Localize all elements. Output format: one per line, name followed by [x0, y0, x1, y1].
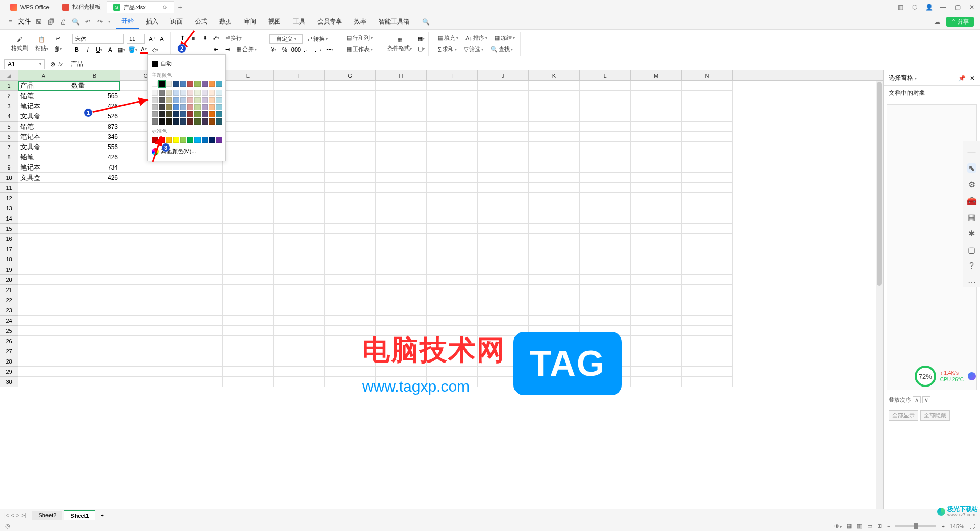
col-header-H[interactable]: H	[376, 70, 427, 80]
cell[interactable]	[69, 377, 120, 387]
cell[interactable]: 文具盒	[18, 173, 69, 183]
color-swatch[interactable]	[166, 111, 172, 117]
cell[interactable]	[580, 213, 631, 224]
cell[interactable]	[376, 213, 427, 224]
cell[interactable]	[274, 346, 325, 356]
orientation-icon[interactable]: ⤢▾	[212, 34, 220, 42]
currency-icon[interactable]: ¥▾	[270, 45, 278, 54]
cell[interactable]	[274, 367, 325, 377]
cell[interactable]	[69, 285, 120, 295]
cell[interactable]	[223, 305, 274, 316]
cell[interactable]	[427, 122, 478, 132]
menu-review[interactable]: 审阅	[239, 15, 261, 28]
color-swatch[interactable]	[152, 97, 158, 103]
cell[interactable]	[223, 346, 274, 356]
cell[interactable]	[120, 326, 172, 336]
cell[interactable]: 526	[69, 111, 120, 122]
cell[interactable]	[223, 203, 274, 213]
color-swatch[interactable]	[152, 104, 158, 110]
cell[interactable]	[529, 132, 580, 142]
cell[interactable]	[478, 213, 529, 224]
cell[interactable]	[376, 275, 427, 285]
cell[interactable]	[580, 203, 631, 213]
cell[interactable]	[223, 356, 274, 367]
color-swatch[interactable]	[180, 90, 186, 96]
cell[interactable]	[274, 234, 325, 244]
print-preview-icon[interactable]: 🔍	[71, 18, 80, 26]
cell[interactable]	[478, 101, 529, 111]
view-page-icon[interactable]: ▥	[857, 523, 862, 529]
cell[interactable]	[580, 132, 631, 142]
percent-icon[interactable]: %	[281, 45, 289, 54]
color-swatch[interactable]	[159, 90, 165, 96]
align-right-icon[interactable]: ≡	[201, 45, 209, 54]
color-swatch[interactable]	[216, 111, 222, 117]
cell[interactable]	[274, 305, 325, 316]
cloud-icon[interactable]: ☁	[933, 18, 941, 26]
cell[interactable]	[682, 132, 733, 142]
row-header[interactable]: 4	[0, 111, 18, 122]
color-swatch[interactable]	[202, 118, 208, 125]
cell[interactable]	[69, 224, 120, 234]
name-box[interactable]: A1 ▾	[4, 59, 45, 69]
cell[interactable]	[682, 203, 733, 213]
cell[interactable]: 产品	[18, 81, 69, 91]
col-header-I[interactable]: I	[427, 70, 478, 80]
cell[interactable]	[427, 254, 478, 264]
cell[interactable]	[172, 173, 223, 183]
save-icon[interactable]: 🖫	[35, 18, 43, 26]
cell[interactable]	[682, 244, 733, 254]
col-header-K[interactable]: K	[529, 70, 580, 80]
cut-icon[interactable]: ✂	[54, 35, 62, 43]
cell[interactable]	[376, 81, 427, 91]
cell[interactable]	[529, 213, 580, 224]
cell[interactable]	[274, 152, 325, 162]
color-swatch[interactable]	[159, 97, 165, 103]
cell[interactable]	[223, 326, 274, 336]
cell[interactable]	[120, 173, 172, 183]
cell[interactable]	[682, 234, 733, 244]
app-tab-shell[interactable]: 找稻壳模板	[56, 1, 107, 13]
cell[interactable]	[69, 295, 120, 305]
row-header[interactable]: 15	[0, 224, 18, 234]
cell[interactable]	[376, 122, 427, 132]
cell[interactable]	[223, 285, 274, 295]
cell[interactable]	[529, 316, 580, 326]
cell[interactable]	[682, 326, 733, 336]
cell[interactable]	[223, 81, 274, 91]
row-header[interactable]: 11	[0, 183, 18, 193]
cell[interactable]	[580, 275, 631, 285]
cell[interactable]	[18, 254, 69, 264]
color-swatch[interactable]	[202, 104, 208, 110]
cell[interactable]	[325, 295, 376, 305]
indent-increase-icon[interactable]: ⇥	[223, 45, 231, 54]
tab-add-button[interactable]: +	[174, 3, 186, 11]
color-swatch[interactable]	[187, 104, 193, 110]
cell[interactable]	[682, 264, 733, 275]
cell[interactable]	[682, 142, 733, 152]
cell[interactable]	[172, 356, 223, 367]
cell[interactable]	[427, 264, 478, 275]
cell[interactable]	[274, 356, 325, 367]
color-swatch[interactable]	[152, 81, 158, 87]
cell[interactable]	[325, 254, 376, 264]
file-menu[interactable]: 文件	[18, 17, 31, 26]
color-swatch[interactable]	[152, 111, 158, 117]
print-icon[interactable]: 🖨	[59, 18, 67, 26]
col-header-E[interactable]: E	[223, 70, 274, 80]
cell[interactable]	[325, 173, 376, 183]
backup-strip-icon[interactable]: ✱	[967, 229, 976, 238]
cell[interactable]	[376, 101, 427, 111]
cell[interactable]	[69, 234, 120, 244]
cell[interactable]	[376, 254, 427, 264]
cell[interactable]	[274, 81, 325, 91]
cell[interactable]	[223, 224, 274, 234]
menu-start[interactable]: 开始	[116, 15, 139, 29]
col-header-N[interactable]: N	[682, 70, 733, 80]
cell[interactable]	[580, 111, 631, 122]
cell[interactable]: 数量	[69, 81, 120, 91]
cell[interactable]	[223, 111, 274, 122]
cell[interactable]	[223, 183, 274, 193]
maximize-button[interactable]: ▢	[953, 3, 962, 11]
cell[interactable]	[172, 264, 223, 275]
